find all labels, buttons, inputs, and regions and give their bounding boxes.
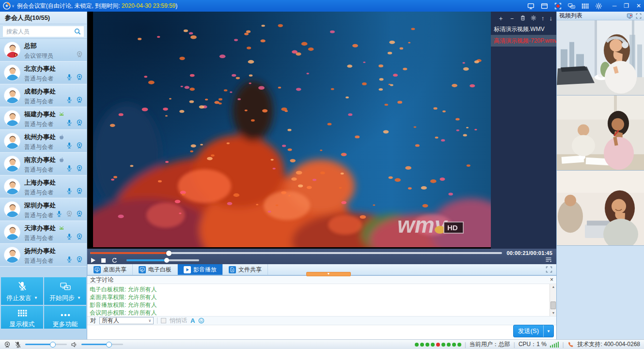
video-monitor-icon[interactable]: [627, 13, 633, 19]
loop-icon[interactable]: [111, 257, 118, 264]
volume-handle[interactable]: [164, 258, 169, 263]
mic-icon[interactable]: [66, 142, 73, 149]
participant-row-hangzhou[interactable]: 杭州办事处 普通与会者: [0, 130, 87, 153]
participant-row-hq[interactable]: 总部 会议管理员: [0, 39, 87, 62]
scroll-up-icon[interactable]: ▲: [550, 284, 556, 290]
player-volume-slider[interactable]: [126, 259, 199, 261]
tab-media-play[interactable]: 影音播放: [178, 264, 223, 275]
camera-icon[interactable]: [76, 142, 83, 149]
webcam-status-icon[interactable]: [4, 341, 11, 348]
avatar: [4, 224, 20, 240]
participant-row-shanghai[interactable]: 上海办事处 普通与会者: [0, 175, 87, 198]
camera-icon[interactable]: [76, 165, 83, 172]
search-input[interactable]: [3, 26, 84, 37]
mic-icon[interactable]: [66, 74, 73, 80]
mic-muted-status-icon[interactable]: [15, 341, 21, 348]
player-progress-bar[interactable]: [90, 252, 502, 254]
mic-icon[interactable]: [66, 96, 73, 103]
playlist-remove-icon[interactable]: －: [509, 15, 515, 21]
progress-handle[interactable]: [166, 251, 172, 256]
mic-icon[interactable]: [66, 233, 73, 240]
layout-grid-icon[interactable]: [581, 2, 589, 10]
video-thumbnail-2[interactable]: [557, 95, 644, 171]
search-icon[interactable]: [74, 28, 81, 35]
maximize-button[interactable]: ❐: [624, 2, 629, 9]
speaker-icon[interactable]: [71, 341, 78, 348]
mic-icon[interactable]: [66, 119, 73, 126]
recipient-select[interactable]: 所有人∨: [99, 317, 154, 324]
play-button[interactable]: [91, 258, 95, 263]
camera-icon[interactable]: [76, 256, 83, 263]
playlist-item[interactable]: 标清演示视频.WMV: [491, 23, 556, 35]
camera-icon[interactable]: [76, 210, 83, 217]
playlist-move-down-icon[interactable]: ↓: [550, 15, 553, 21]
participant-name: 北京办事处: [24, 64, 56, 73]
participant-row-chengdu[interactable]: 成都办事处 普通与会者: [0, 84, 87, 107]
participant-name: 上海办事处: [24, 178, 56, 187]
send-options-icon[interactable]: ▼: [543, 325, 553, 337]
participant-row-beijing[interactable]: 北京办事处 普通与会者: [0, 62, 87, 84]
desktop-share-icon[interactable]: [527, 2, 534, 10]
mic-icon[interactable]: [56, 210, 63, 217]
fullscreen-icon[interactable]: [546, 266, 552, 273]
panel-collapse-handle[interactable]: ▼: [306, 272, 351, 276]
scrollbar-thumb[interactable]: [550, 301, 556, 309]
speaker-volume-slider[interactable]: [81, 344, 123, 345]
minimize-button[interactable]: ─: [613, 2, 617, 9]
participant-row-shenzhen[interactable]: 深圳办事处 普通与会者: [0, 198, 87, 221]
video-thumbnail-3[interactable]: [557, 171, 644, 246]
avatar: [4, 247, 20, 263]
playlist-trash-icon[interactable]: [520, 15, 526, 21]
playlist-add-icon[interactable]: ＋: [498, 15, 504, 21]
playlist-move-up-icon[interactable]: ↑: [541, 15, 545, 21]
emoji-icon[interactable]: [198, 317, 204, 324]
font-icon[interactable]: A: [190, 317, 195, 324]
camera-icon[interactable]: [76, 233, 83, 240]
more-functions-button[interactable]: 更多功能: [44, 306, 86, 329]
whisper-checkbox[interactable]: [161, 318, 166, 323]
start-sync-button[interactable]: 开始同步▼: [44, 277, 86, 305]
avatar: [4, 110, 20, 127]
send-button[interactable]: 发送(S) ▼: [513, 325, 554, 337]
tab-file-share[interactable]: 文件共享: [223, 264, 268, 275]
mic-icon[interactable]: [66, 188, 73, 194]
tab-whiteboard[interactable]: 电子白板: [133, 264, 178, 275]
camera-icon[interactable]: [76, 51, 83, 58]
chat-input-area[interactable]: 发送(S) ▼: [87, 325, 556, 339]
stop-speaking-button[interactable]: 停止发言▼: [1, 277, 43, 305]
participant-row-nanjing[interactable]: 南京办事处 普通与会者: [0, 153, 87, 175]
scroll-down-icon[interactable]: ▼: [550, 310, 556, 316]
chevron-down-icon[interactable]: ∨: [12, 4, 15, 8]
chat-scrollbar[interactable]: ▲ ▼: [550, 284, 556, 316]
camera-icon[interactable]: [76, 188, 83, 194]
camera-off-icon[interactable]: [66, 210, 73, 217]
mic-icon[interactable]: [66, 256, 73, 263]
participant-row-yangzhou[interactable]: 扬州办事处 普通与会者: [0, 244, 87, 267]
apple-icon: [58, 134, 65, 141]
mic-icon[interactable]: [66, 165, 73, 172]
camera-icon[interactable]: [76, 74, 83, 80]
video-thumbnail-1[interactable]: [557, 20, 644, 95]
mic-volume-slider[interactable]: [25, 344, 67, 345]
expand-icon[interactable]: [636, 13, 642, 19]
slider-handle[interactable]: [106, 342, 112, 348]
settings-gear-icon[interactable]: [595, 2, 602, 10]
stop-button[interactable]: [101, 258, 106, 263]
playlist-settings-icon[interactable]: [531, 15, 536, 21]
participant-row-fujian[interactable]: 福建办事处 普通与会者: [0, 107, 87, 130]
close-icon[interactable]: ×: [550, 277, 553, 283]
camera-icon[interactable]: [76, 96, 83, 103]
record-icon[interactable]: [554, 2, 562, 10]
tab-desktop-share[interactable]: 桌面共享: [87, 264, 133, 275]
slider-handle[interactable]: [50, 342, 56, 348]
whisper-label: 悄悄话: [170, 317, 187, 325]
display-mode-button[interactable]: 显示模式: [1, 306, 43, 329]
close-button[interactable]: ✕: [636, 2, 641, 9]
sync-icon[interactable]: [568, 2, 575, 10]
playlist-toggle-icon[interactable]: [545, 256, 552, 263]
video-window-icon[interactable]: [541, 2, 548, 10]
chat-message: 会议同步权限: 允许所有人: [90, 309, 548, 316]
participant-row-tianjin[interactable]: 天津办事处 普通与会者: [0, 221, 87, 244]
playlist-item-selected[interactable]: 高清演示视频-720P.wmv 删除: [491, 35, 556, 47]
camera-icon[interactable]: [76, 119, 83, 126]
